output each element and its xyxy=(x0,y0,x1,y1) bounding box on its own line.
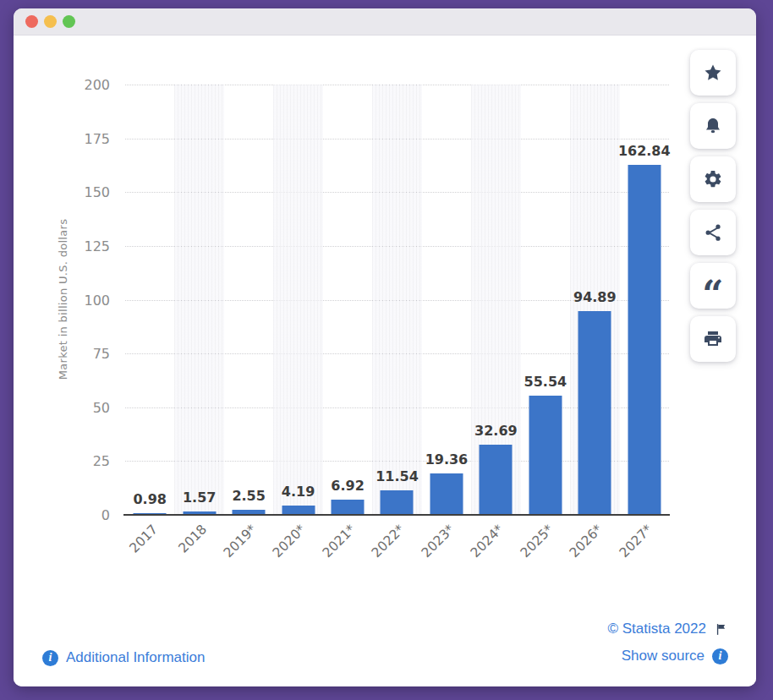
x-axis-label: 2020* xyxy=(270,522,309,561)
category-column: 32.692024* xyxy=(471,85,520,515)
bar-columns: 0.9820171.5720182.552019*4.192020*6.9220… xyxy=(125,85,669,515)
x-axis-label: 2027* xyxy=(616,522,655,561)
bar-2024*[interactable] xyxy=(480,445,513,515)
bar-value-label: 2.55 xyxy=(232,488,265,504)
y-axis-tick-label: 100 xyxy=(84,292,110,308)
x-axis-label: 2019* xyxy=(221,522,260,561)
share-button[interactable] xyxy=(690,210,736,255)
x-axis-label: 2023* xyxy=(419,522,458,561)
chart-action-bar: “ xyxy=(690,50,736,362)
y-axis-tick-label: 25 xyxy=(93,453,110,469)
notifications-button[interactable] xyxy=(690,103,736,149)
category-column: 4.192020* xyxy=(273,85,322,515)
y-axis-tick-label: 175 xyxy=(84,130,110,146)
y-axis-tick-label: 200 xyxy=(84,77,110,93)
category-column: 6.922021* xyxy=(323,85,372,515)
category-column: 2.552019* xyxy=(224,85,273,515)
bar-value-label: 32.69 xyxy=(474,423,518,439)
bar-value-label: 94.89 xyxy=(573,289,617,305)
bar-2021*[interactable] xyxy=(332,500,365,515)
minimize-window-button[interactable] xyxy=(44,15,57,28)
bar-2025*[interactable] xyxy=(529,396,562,515)
share-icon xyxy=(703,222,723,243)
x-axis-line xyxy=(123,514,670,516)
x-axis-label: 2021* xyxy=(320,522,359,561)
window-titlebar xyxy=(14,8,756,36)
info-icon: i xyxy=(712,648,728,664)
category-column: 11.542022* xyxy=(372,85,421,515)
bar-value-label: 11.54 xyxy=(376,468,419,484)
bar-value-label: 6.92 xyxy=(331,478,364,494)
copyright-label: © Statista 2022 xyxy=(608,621,707,637)
plot-area: 0.9820171.5720182.552019*4.192020*6.9220… xyxy=(125,85,669,515)
bar-2022*[interactable] xyxy=(381,490,414,515)
browser-window: Market in billion U.S. dollars 025507510… xyxy=(14,8,756,686)
screen: { "chart_data": { "type": "bar", "catego… xyxy=(0,0,773,700)
gear-icon xyxy=(703,169,723,189)
x-axis-label: 2022* xyxy=(369,522,408,561)
bar-value-label: 19.36 xyxy=(425,451,469,468)
statista-copyright-link[interactable]: © Statista 2022 xyxy=(608,621,729,637)
category-column: 162.842027* xyxy=(620,85,669,515)
bar-value-label: 55.54 xyxy=(524,374,567,390)
x-axis-label: 2024* xyxy=(468,522,507,561)
bell-icon xyxy=(703,116,723,136)
star-icon xyxy=(703,63,723,83)
bar-value-label: 0.98 xyxy=(133,491,166,507)
cite-button[interactable]: “ xyxy=(690,263,736,309)
settings-button[interactable] xyxy=(690,156,736,202)
info-icon: i xyxy=(42,650,58,666)
y-axis-ticks: 0255075100125150175200 xyxy=(14,85,110,515)
y-axis-tick-label: 75 xyxy=(93,346,110,362)
category-column: 19.362023* xyxy=(422,85,471,515)
print-button[interactable] xyxy=(690,316,736,362)
y-axis-tick-label: 150 xyxy=(84,184,110,200)
chart-card: Market in billion U.S. dollars 025507510… xyxy=(14,36,756,686)
x-axis-label: 2025* xyxy=(517,522,556,561)
additional-information-label: Additional Information xyxy=(66,649,205,666)
bar-2026*[interactable] xyxy=(578,311,611,515)
category-column: 1.572018 xyxy=(174,85,223,515)
show-source-link[interactable]: Show source i xyxy=(622,648,728,664)
x-axis-label: 2026* xyxy=(567,522,606,561)
printer-icon xyxy=(703,329,723,349)
flag-icon xyxy=(714,622,728,637)
bar-2027*[interactable] xyxy=(628,165,661,515)
bar-value-label: 1.57 xyxy=(183,489,216,506)
category-column: 94.892026* xyxy=(570,85,619,515)
bar-value-label: 162.84 xyxy=(618,143,671,159)
bar-value-label: 4.19 xyxy=(282,484,315,500)
bar-2023*[interactable] xyxy=(430,473,463,515)
category-column: 55.542025* xyxy=(521,85,570,515)
category-column: 0.982017 xyxy=(125,85,174,515)
y-axis-tick-label: 50 xyxy=(93,399,110,415)
additional-information-link[interactable]: i Additional Information xyxy=(42,649,205,666)
footer-right: © Statista 2022 Show source i xyxy=(608,621,729,664)
y-axis-tick-label: 0 xyxy=(101,507,110,523)
y-axis-tick-label: 125 xyxy=(84,238,110,254)
show-source-label: Show source xyxy=(622,648,704,664)
close-window-button[interactable] xyxy=(25,15,38,28)
x-axis-label: 2017 xyxy=(126,522,161,556)
favorite-button[interactable] xyxy=(690,50,736,96)
x-axis-label: 2018 xyxy=(176,522,211,556)
zoom-window-button[interactable] xyxy=(63,15,75,28)
